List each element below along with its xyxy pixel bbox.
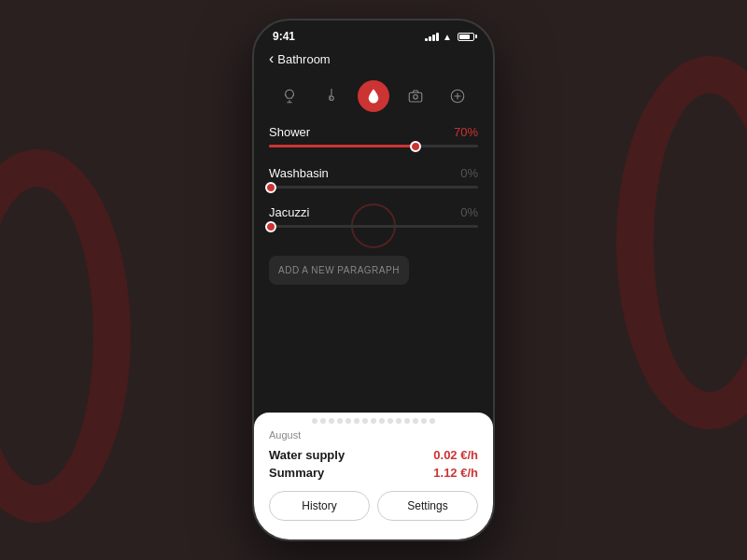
bulb-icon [281, 88, 298, 105]
tab-camera[interactable] [400, 80, 431, 112]
svg-rect-0 [409, 92, 422, 102]
summary-row: Summary 1.12 €/h [269, 466, 478, 480]
back-chevron-icon: ‹ [269, 50, 274, 67]
phone-notch [327, 21, 420, 41]
bottom-card: August Water supply 0.02 €/h Summary 1.1… [254, 413, 493, 539]
jacuzzi-track[interactable] [269, 225, 478, 228]
washbasin-track[interactable] [269, 186, 478, 189]
shower-label: Shower [269, 125, 310, 139]
tab-temperature[interactable] [316, 80, 347, 112]
header-title: Bathroom [277, 52, 330, 66]
water-icon [365, 88, 382, 105]
card-month: August [269, 426, 478, 448]
summary-value: 1.12 €/h [433, 466, 478, 480]
summary-label: Summary [269, 466, 324, 480]
icon-tab-bar [254, 75, 493, 121]
phone-frame: 9:41 ▲ ‹ Bathroom [252, 19, 495, 541]
tab-bulb[interactable] [274, 80, 305, 112]
temperature-icon [323, 88, 340, 105]
tab-add[interactable] [442, 80, 473, 112]
add-paragraph-button[interactable]: ADD A NEW PARAGRAPH [269, 256, 409, 285]
bg-decoration-left [0, 149, 131, 523]
bg-decoration-right [616, 56, 747, 429]
water-supply-row: Water supply 0.02 €/h [269, 448, 478, 462]
svg-point-1 [414, 95, 418, 100]
camera-icon [407, 88, 424, 105]
add-icon [449, 88, 466, 105]
washbasin-slider-row: Washbasin 0% [269, 166, 478, 189]
water-supply-label: Water supply [269, 448, 345, 462]
wifi-icon: ▲ [443, 32, 452, 42]
battery-icon [458, 33, 474, 41]
sliders-section: Shower 70% Washbasin 0% Jacuzzi [254, 121, 493, 248]
add-paragraph-label: ADD A NEW PARAGRAPH [278, 265, 400, 275]
shower-value: 70% [454, 125, 478, 139]
settings-button[interactable]: Settings [377, 491, 478, 521]
jacuzzi-label: Jacuzzi [269, 205, 309, 219]
shower-slider-row: Shower 70% [269, 125, 478, 147]
jacuzzi-value: 0% [460, 205, 478, 219]
status-icons: ▲ [425, 32, 474, 42]
status-time: 9:41 [273, 30, 295, 43]
back-button[interactable]: ‹ Bathroom [269, 50, 331, 67]
washbasin-label: Washbasin [269, 166, 329, 180]
tab-water[interactable] [358, 80, 389, 112]
card-buttons: History Settings [269, 491, 478, 521]
header: ‹ Bathroom [254, 47, 493, 75]
washbasin-value: 0% [460, 166, 478, 180]
card-notch [269, 413, 478, 426]
signal-icon [425, 32, 439, 41]
shower-track[interactable] [269, 145, 478, 147]
history-button[interactable]: History [269, 491, 370, 521]
water-supply-value: 0.02 €/h [433, 448, 478, 462]
